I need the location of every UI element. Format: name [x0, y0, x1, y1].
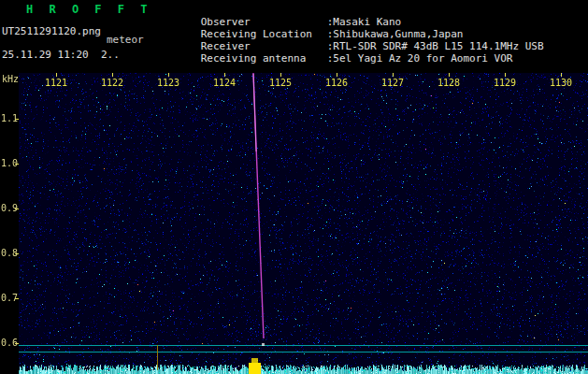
x-axis-tick-label: 1129	[494, 78, 516, 88]
datetime-label: 25.11.29 11:20 2..	[2, 49, 120, 61]
x-axis-tick-label: 1123	[157, 78, 179, 88]
y-axis-tick-label: 1.1	[1, 113, 18, 123]
y-axis-tick-label: 0.6	[1, 338, 18, 348]
observation-mode-label: meteor	[107, 34, 144, 46]
x-axis-tick-label: 1122	[101, 78, 123, 88]
x-axis-tick-label: 1125	[269, 78, 292, 88]
y-axis-tick-label: 0.9	[1, 203, 18, 213]
spectrogram-noise-canvas	[0, 73, 588, 374]
x-axis-tick-label: 1126	[325, 78, 348, 88]
y-axis-unit-label: kHz	[2, 74, 19, 84]
antenna-label: Receiving antenna	[201, 52, 327, 65]
x-axis-tick-label: 1127	[381, 78, 404, 88]
x-axis-tick-label: 1121	[45, 78, 67, 88]
x-axis-tick-label: 1130	[550, 78, 572, 88]
app-title: H R O F F T	[26, 3, 151, 16]
x-axis-tick-label: 1124	[213, 78, 236, 88]
y-axis-tick-label: 0.7	[1, 293, 18, 303]
spectrogram-plot: kHz 112111221123112411251126112711281129…	[0, 73, 588, 374]
antenna-value: :5el Yagi Az 20 for Aomori VOR	[327, 52, 513, 65]
x-axis-tick-label: 1128	[437, 78, 460, 88]
y-axis-tick-label: 1.0	[1, 158, 18, 168]
y-axis-tick-label: 0.8	[1, 248, 18, 258]
output-filename: UT2511291120.png	[2, 25, 101, 37]
header: H R O F F T UT2511291120.png meteor 25.1…	[0, 0, 588, 73]
hrofft-window: H R O F F T UT2511291120.png meteor 25.1…	[0, 0, 588, 374]
info-row-antenna: Receiving antenna:5el Yagi Az 20 for Aom…	[164, 40, 512, 77]
